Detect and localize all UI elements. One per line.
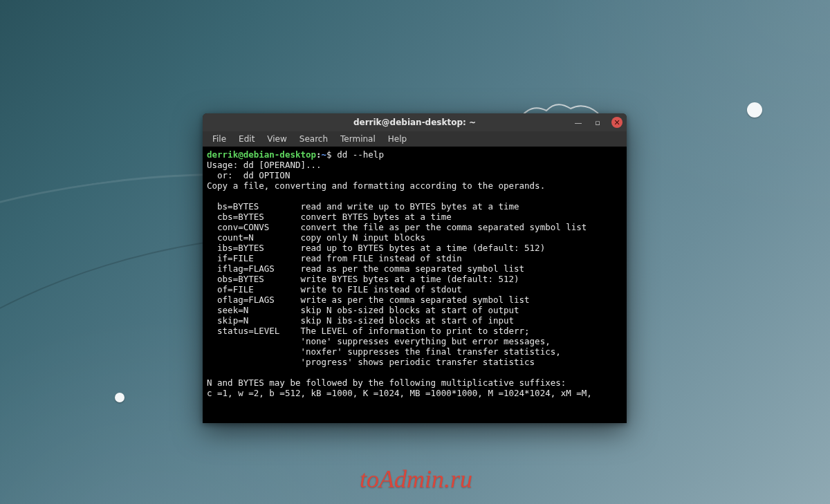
prompt-sep: : — [316, 149, 322, 160]
window-titlebar[interactable]: derrik@debian-desktop: ~ — ▫ ✕ — [203, 113, 627, 131]
wallpaper-dot — [115, 393, 124, 402]
minimize-icon: — — [575, 118, 582, 127]
menu-view[interactable]: View — [261, 133, 292, 145]
prompt-userhost: derrik@debian-desktop — [207, 149, 316, 160]
menu-bar: File Edit View Search Terminal Help — [203, 131, 627, 147]
close-icon: ✕ — [614, 119, 620, 127]
prompt-path: ~ — [322, 149, 327, 160]
terminal-window: derrik@debian-desktop: ~ — ▫ ✕ File Edit… — [203, 113, 627, 423]
minimize-button[interactable]: — — [573, 117, 584, 128]
menu-file[interactable]: File — [207, 133, 232, 145]
terminal-output: Usage: dd [OPERAND]... or: dd OPTION Cop… — [207, 160, 592, 398]
terminal-body[interactable]: derrik@debian-desktop:~$ dd --help Usage… — [203, 147, 627, 423]
menu-help[interactable]: Help — [382, 133, 412, 145]
prompt-sigil: $ — [326, 149, 332, 160]
close-button[interactable]: ✕ — [611, 117, 622, 128]
maximize-button[interactable]: ▫ — [592, 117, 603, 128]
menu-search[interactable]: Search — [294, 133, 333, 145]
menu-edit[interactable]: Edit — [233, 133, 260, 145]
menu-terminal[interactable]: Terminal — [335, 133, 381, 145]
watermark-text: toAdmin.ru — [360, 465, 472, 494]
wallpaper-dot — [747, 102, 762, 118]
window-controls: — ▫ ✕ — [573, 113, 622, 131]
window-title: derrik@debian-desktop: ~ — [203, 118, 627, 127]
prompt-command: dd --help — [337, 149, 384, 160]
maximize-icon: ▫ — [595, 118, 600, 127]
